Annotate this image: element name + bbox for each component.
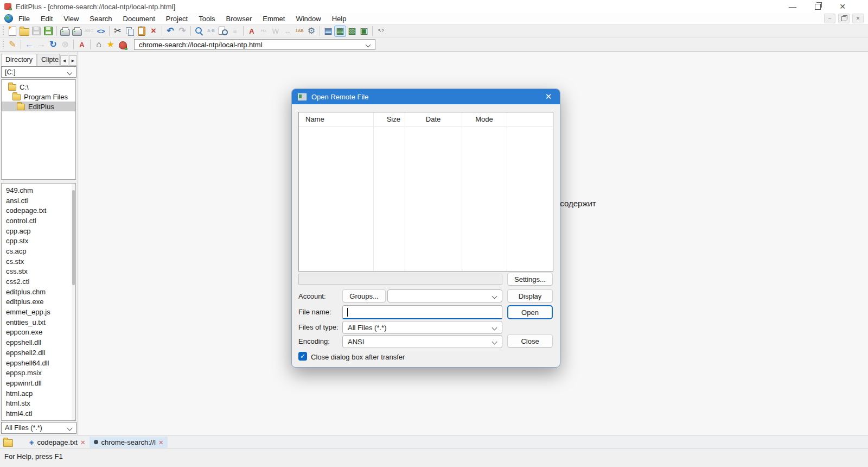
groups-button[interactable]: Groups... (342, 289, 386, 302)
file-list-item[interactable]: 949.chm (2, 185, 75, 195)
file-list-item[interactable]: html5.ctl (2, 419, 75, 421)
paste-button[interactable] (136, 25, 148, 37)
file-list-item[interactable]: ansi.ctl (2, 195, 75, 206)
preferences-button[interactable]: ⚙ (305, 25, 317, 37)
encoding-select[interactable]: ANSI (342, 335, 502, 348)
find-in-files-button[interactable] (217, 25, 229, 37)
undo-button[interactable]: ↶ (164, 25, 176, 37)
file-list-item[interactable]: html.acp (2, 388, 75, 399)
open-button[interactable]: Open (507, 305, 553, 319)
forward-button[interactable]: → (35, 39, 47, 51)
view-browser-button[interactable]: ▩ (346, 25, 358, 37)
back-button[interactable]: ← (23, 39, 35, 51)
tab-scroll-left-icon[interactable]: ◀ (60, 55, 68, 66)
toolbar-grip[interactable] (2, 26, 5, 36)
tree-item-c[interactable]: C:\ (2, 82, 75, 92)
dialog-close-icon[interactable]: ✕ (537, 89, 560, 104)
replace-button[interactable]: A·B (205, 25, 217, 37)
column-header-size[interactable]: Size (373, 112, 405, 126)
file-list-item[interactable]: html.stx (2, 398, 75, 408)
file-list-item[interactable]: control.ctl (2, 216, 75, 226)
tab-close-icon[interactable]: × (81, 439, 85, 446)
close-after-transfer-checkbox[interactable]: ✓ (298, 352, 307, 361)
menu-emmet[interactable]: Emmet (257, 15, 290, 23)
print-preview-button[interactable] (59, 25, 71, 37)
dialog-title-bar[interactable]: Open Remote File ✕ (292, 89, 560, 104)
html-tags-button[interactable]: <> (95, 25, 107, 37)
file-list-item[interactable]: editplus.chm (2, 287, 75, 297)
file-list-item[interactable]: eppcon.exe (2, 327, 75, 338)
menu-file[interactable]: File (13, 15, 35, 23)
sidebar-tab-cliptext[interactable]: Cliptext (37, 54, 60, 66)
help-pointer-button[interactable]: ↖? (375, 25, 387, 37)
view-new-window-button[interactable]: ▣ (358, 25, 370, 37)
file-list-item[interactable]: eppwinrt.dll (2, 378, 75, 388)
tab-close-icon[interactable]: × (159, 439, 163, 446)
scrollbar-thumb[interactable] (72, 190, 75, 285)
file-list-item[interactable]: css2.ctl (2, 276, 75, 287)
menu-search[interactable]: Search (84, 15, 117, 23)
cut-button[interactable]: ✂ (112, 25, 124, 37)
mdi-minimize-icon[interactable]: – (824, 14, 835, 23)
file-list-item[interactable]: cpp.stx (2, 236, 75, 246)
line-numbers-button[interactable]: 1AB (293, 25, 305, 37)
print-button[interactable] (71, 25, 83, 37)
menu-project[interactable]: Project (161, 15, 193, 23)
folder-icon[interactable] (3, 439, 13, 447)
tree-item-editplus[interactable]: EditPlus (2, 102, 75, 111)
file-list-item[interactable]: cs.acp (2, 246, 75, 256)
address-bar[interactable]: chrome-search://local-ntp/local-ntp.html (134, 39, 375, 50)
view-sidebar-button[interactable]: ▦ (334, 26, 346, 37)
sidebar-tab-directory[interactable]: Directory (1, 54, 37, 66)
seal-button[interactable] (117, 39, 129, 51)
column-header-name[interactable]: Name (299, 112, 373, 126)
font-button[interactable]: A (246, 25, 258, 37)
menu-edit[interactable]: Edit (35, 15, 58, 23)
toolbar-grip[interactable] (2, 40, 5, 49)
account-select[interactable] (387, 289, 502, 302)
favorites-button[interactable]: ★ (105, 39, 117, 51)
file-list-item[interactable]: eppshell2.dll (2, 348, 75, 358)
edit-source-button[interactable]: ✎ (7, 39, 18, 51)
tab-scroll-right-icon[interactable]: ▶ (69, 55, 77, 66)
file-list-item[interactable]: entities_u.txt (2, 317, 75, 327)
file-filter-select[interactable]: All Files (*.*) (1, 422, 76, 434)
tree-item-program-files[interactable]: Program Files (2, 92, 75, 102)
menu-tools[interactable]: Tools (193, 15, 220, 23)
file-list-item[interactable]: eppsp.msix (2, 368, 75, 378)
column-header-date[interactable]: Date (405, 112, 462, 126)
home-button[interactable]: ⌂ (93, 39, 105, 51)
restore-icon[interactable] (805, 0, 830, 13)
copy-button[interactable] (124, 25, 136, 37)
menu-view[interactable]: View (58, 15, 84, 23)
text-size-button[interactable]: A (76, 39, 88, 51)
file-list-item[interactable]: cs.stx (2, 256, 75, 267)
view-document-list-button[interactable]: ▤ (322, 25, 334, 37)
filename-input[interactable] (342, 305, 502, 319)
menu-window[interactable]: Window (290, 15, 326, 23)
remote-file-listview[interactable]: NameSizeDateMode (298, 112, 553, 272)
menu-browser[interactable]: Browser (221, 15, 258, 23)
file-list-scrollbar[interactable] (72, 184, 75, 420)
file-list-item[interactable]: cpp.acp (2, 226, 75, 236)
settings-button[interactable]: Settings... (507, 273, 553, 286)
file-list-item[interactable]: eppshell64.dll (2, 358, 75, 368)
minimize-icon[interactable]: — (780, 0, 805, 13)
close-button[interactable]: Close (507, 335, 553, 348)
document-tab-codepage-txt[interactable]: ◈codepage.txt× (25, 437, 90, 448)
mdi-restore-icon[interactable] (838, 14, 850, 23)
delete-button[interactable]: × (148, 25, 159, 37)
file-list-item[interactable]: editplus.exe (2, 297, 75, 307)
menu-document[interactable]: Document (118, 15, 161, 23)
file-list-item[interactable]: emmet_epp.js (2, 307, 75, 317)
file-list-item[interactable]: html4.ctl (2, 408, 75, 419)
files-of-type-select[interactable]: All Files (*.*) (342, 321, 502, 334)
column-header-mode[interactable]: Mode (462, 112, 507, 126)
menu-help[interactable]: Help (327, 15, 352, 23)
new-file-button[interactable] (7, 25, 18, 37)
document-tab-chrome-search-l[interactable]: chrome-search://l× (90, 437, 168, 448)
file-list-item[interactable]: eppshell.dll (2, 337, 75, 348)
mdi-close-icon[interactable]: ✕ (852, 14, 864, 23)
file-list-item[interactable]: css.stx (2, 267, 75, 277)
file-list-item[interactable]: codepage.txt (2, 205, 75, 216)
